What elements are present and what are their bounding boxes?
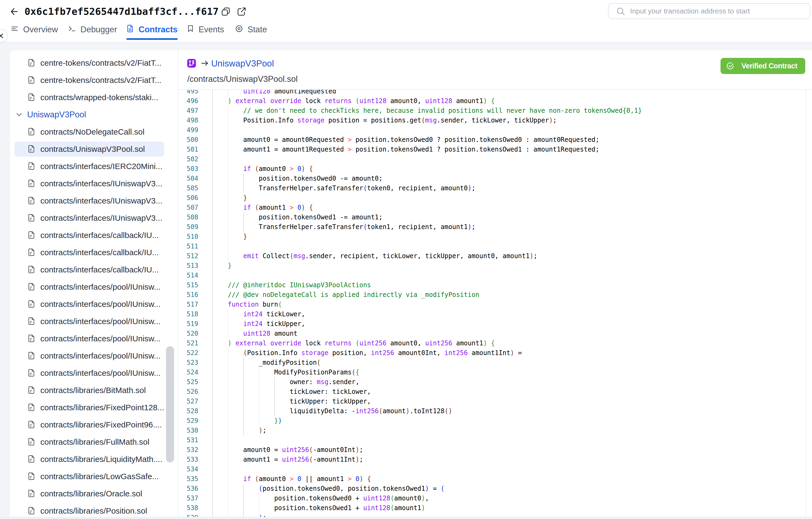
file-icon (28, 196, 35, 206)
file-item[interactable]: contracts/interfaces/pool/IUnisw... (14, 297, 164, 312)
code-line-516: 516 /// @dev noDelegateCall is applied i… (178, 290, 806, 300)
file-item[interactable]: contracts/interfaces/pool/IUnisw... (14, 331, 164, 346)
file-item[interactable]: contracts/interfaces/pool/IUnisw... (14, 279, 164, 295)
code-line-521: 521 ) external override lock returns (ui… (178, 338, 806, 348)
code-line-509: 509 TransferHelper.safeTransfer(token1, … (178, 222, 806, 232)
back-arrow-icon[interactable] (10, 7, 18, 16)
file-icon (28, 455, 35, 464)
file-icon (28, 145, 35, 154)
file-icon (28, 420, 35, 430)
file-item[interactable]: contracts/libraries/Position.sol (14, 503, 164, 518)
file-item[interactable]: contracts/interfaces/callback/IU... (14, 228, 164, 243)
file-item[interactable]: contracts/libraries/LiquidityMath.... (14, 452, 164, 467)
code-line-529: 529 }) (178, 416, 806, 426)
line-number: 497 (178, 106, 198, 115)
file-item-label: contracts/interfaces/pool/IUnisw... (40, 351, 161, 360)
code-text: ) external override lock returns (uint12… (212, 96, 495, 106)
file-item[interactable]: contracts/libraries/LowGasSafe... (14, 469, 164, 484)
code-text: position.tokensOwed1 + uint128(amount1) (212, 503, 425, 513)
code-line-510: 510 } (178, 232, 806, 242)
file-item-label: contracts/libraries/BitMath.sol (40, 386, 146, 395)
page-background: centre-tokens/contracts/v2/FiatT...centr… (0, 43, 812, 519)
file-item[interactable]: contracts/libraries/Oracle.sol (14, 486, 164, 501)
copy-icon[interactable] (221, 7, 230, 16)
file-item[interactable]: contracts/interfaces/callback/IU... (14, 245, 164, 260)
tab-state[interactable]: State (235, 21, 267, 43)
code-text: ) external override lock returns (uint25… (212, 338, 495, 348)
file-item[interactable]: contracts/libraries/BitMath.sol (14, 383, 164, 398)
indent-guide (212, 464, 213, 474)
file-icon (28, 283, 35, 292)
code-panel: UniswapV3Pool /contracts/UniswapV3Pool.s… (178, 50, 812, 519)
file-item[interactable]: contracts/interfaces/IUniswapV3... (14, 211, 164, 225)
code-text: if (amount1 > 0) { (212, 203, 313, 212)
file-item[interactable]: contracts/libraries/FullMath.sol (14, 435, 164, 449)
tab-events[interactable]: Events (187, 21, 224, 43)
file-explorer-scrollbar[interactable] (166, 346, 174, 462)
code-line-504: 504 position.tokensOwed0 -= amount0; (178, 174, 806, 183)
line-number: 523 (178, 358, 198, 367)
file-item[interactable]: contracts/libraries/FixedPoint96.... (14, 417, 164, 432)
breadcrumb-arrow-icon (200, 59, 209, 67)
search-input[interactable] (630, 7, 810, 15)
file-item[interactable]: centre-tokens/contracts/v2/FiatT... (14, 55, 164, 71)
file-icon (28, 334, 35, 344)
indent-guide (228, 435, 228, 445)
code-text: tickLower: tickLower, (212, 387, 371, 397)
file-item[interactable]: contracts/interfaces/IERC20Mini... (14, 159, 164, 174)
verified-contract-badge[interactable]: Verified Contract (721, 58, 805, 74)
file-item[interactable]: contracts/wrapped-tokens/staki... (14, 90, 164, 105)
file-item[interactable]: contracts/libraries/FixedPoint128... (14, 400, 164, 415)
code-line-497: 497 // we don't need to checkTicks here,… (178, 106, 806, 115)
tab-label: Events (199, 25, 224, 34)
tab-overview[interactable]: Overview (11, 21, 58, 43)
code-line-501: 501 amount1 = amount1Requested > positio… (178, 144, 806, 154)
line-number: 509 (178, 222, 198, 232)
file-item-label: contracts/wrapped-tokens/staki... (40, 93, 158, 102)
tab-label: Overview (23, 25, 58, 34)
code-line-526: 526 tickLower: tickLower, (178, 387, 806, 397)
search-icon (616, 7, 625, 16)
file-item[interactable]: contracts/NoDelegateCall.sol (14, 125, 164, 139)
code-editor[interactable]: 495 uint128 amount1Requested496 ) extern… (178, 90, 806, 519)
active-tab-underline (126, 38, 178, 40)
code-text: tickUpper: tickUpper, (212, 397, 371, 406)
tab-debugger[interactable]: Debugger (68, 21, 117, 43)
file-item[interactable]: centre-tokens/contracts/v2/FiatT... (14, 73, 164, 88)
code-text: amount0 = amount0Requested > position.to… (212, 135, 599, 144)
line-number: 529 (178, 416, 198, 426)
check-circle-icon (726, 62, 734, 70)
code-line-513: 513 } (178, 261, 806, 271)
file-item-label: contracts/libraries/FixedPoint128... (40, 403, 164, 412)
file-item-label: contracts/interfaces/pool/IUnisw... (40, 334, 161, 343)
line-number: 536 (178, 484, 198, 493)
line-number: 525 (178, 377, 198, 387)
tree-node-UniswapV3Pool[interactable]: UniswapV3Pool (14, 107, 164, 122)
line-number: 500 (178, 135, 198, 144)
code-line-538: 538 position.tokensOwed1 + uint128(amoun… (178, 503, 806, 513)
line-number: 510 (178, 232, 198, 242)
line-number: 528 (178, 406, 198, 416)
indent-guide (228, 125, 228, 135)
verified-contract-label: Verified Contract (742, 62, 798, 70)
line-number: 521 (178, 338, 198, 348)
contract-name-link[interactable]: UniswapV3Pool (211, 58, 274, 69)
file-item[interactable]: contracts/interfaces/pool/IUnisw... (14, 314, 164, 329)
file-item[interactable]: contracts/interfaces/pool/IUnisw... (14, 348, 164, 363)
file-icon (28, 231, 35, 240)
code-line-508: 508 position.tokensOwed1 -= amount1; (178, 212, 806, 222)
code-line-499: 499 (178, 125, 806, 135)
file-item[interactable]: contracts/interfaces/callback/IU... (14, 262, 164, 277)
indent-guide (228, 464, 228, 474)
file-item[interactable]: contracts/interfaces/pool/IUnisw... (14, 365, 164, 381)
external-link-icon[interactable] (237, 7, 246, 16)
code-text: ); (212, 426, 266, 435)
line-number: 511 (178, 242, 198, 251)
code-text: amount1 = amount1Requested > position.to… (212, 144, 599, 154)
code-text: owner: msg.sender, (212, 377, 359, 387)
file-icon (28, 369, 35, 378)
tab-contracts[interactable]: Contracts (126, 21, 178, 43)
file-item[interactable]: contracts/interfaces/IUniswapV3... (14, 193, 164, 208)
file-item[interactable]: contracts/interfaces/IUniswapV3... (14, 176, 164, 191)
file-item[interactable]: contracts/UniswapV3Pool.sol (14, 142, 164, 157)
